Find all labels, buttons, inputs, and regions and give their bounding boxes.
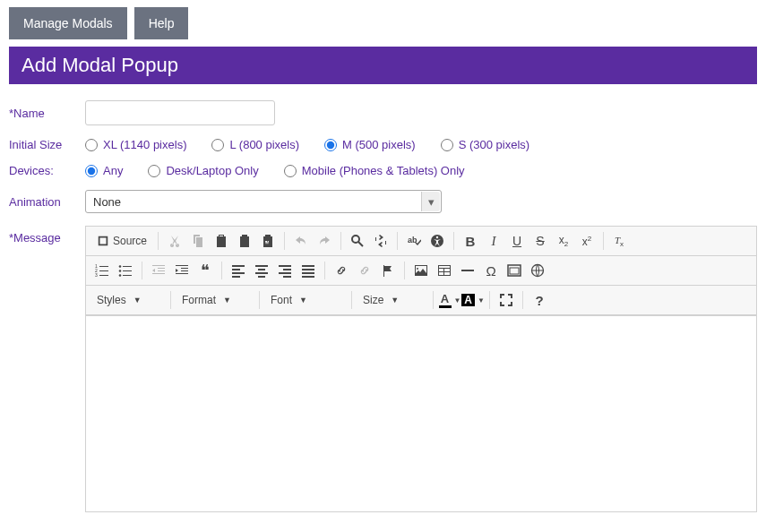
source-button[interactable]: Source [91,230,152,252]
indent-button[interactable] [171,260,193,281]
device-mobile-label: Mobile (Phones & Tablets) Only [302,164,465,177]
superscript-button[interactable]: x2 [576,230,598,252]
label-message: Message [9,226,85,245]
replace-icon [374,234,388,248]
paste-word-button[interactable] [257,230,279,252]
align-center-icon [254,263,269,278]
align-left-button[interactable] [228,260,249,281]
size-xl-option[interactable]: XL (1140 pixels) [85,138,186,151]
subscript-button[interactable]: x2 [553,230,574,252]
underline-button[interactable]: U [506,230,528,252]
device-any-radio[interactable] [85,165,98,177]
ordered-list-button[interactable]: 123 [91,260,113,281]
separator [158,232,159,250]
font-label: Font [271,294,292,306]
find-button[interactable] [347,230,368,252]
italic-button[interactable]: I [483,230,504,252]
device-mobile-option[interactable]: Mobile (Phones & Tablets) Only [284,164,465,177]
device-any-option[interactable]: Any [85,164,123,177]
size-l-label: L (800 pixels) [229,138,299,151]
tab-help[interactable]: Help [134,7,189,39]
align-right-button[interactable] [274,260,296,281]
paste-word-icon [261,234,275,248]
remove-format-button[interactable]: Tx [609,230,631,252]
caret-down-icon: ▼ [133,296,142,305]
size-combo[interactable]: Size▼ [357,289,427,311]
size-s-option[interactable]: S (300 pixels) [441,138,529,151]
redo-button[interactable] [314,230,335,252]
styles-combo[interactable]: Styles▼ [91,289,165,311]
editor-content-area[interactable] [86,315,756,511]
outdent-button[interactable] [148,260,169,281]
device-any-label: Any [103,164,123,177]
caret-down-icon: ▼ [223,296,231,305]
paste-text-button[interactable] [234,230,255,252]
bg-color-icon: A▼ [461,294,485,306]
size-l-radio[interactable] [211,139,224,151]
separator [453,232,454,250]
bold-button[interactable]: B [460,230,481,252]
size-m-radio[interactable] [324,139,337,151]
separator [142,262,142,279]
paste-button[interactable] [211,230,232,252]
flag-icon [381,263,395,278]
about-button[interactable]: ? [529,289,550,311]
cut-button[interactable] [164,230,185,252]
maximize-button[interactable] [495,289,517,311]
unlink-button[interactable] [354,260,375,281]
image-icon [414,263,428,278]
copy-button[interactable] [187,230,209,252]
label-name: Name [9,107,85,120]
image-button[interactable] [410,260,432,281]
hr-button[interactable] [457,260,478,281]
unordered-list-icon [118,263,133,278]
size-xl-radio[interactable] [85,139,98,151]
source-label: Source [113,235,147,247]
embed-button[interactable] [527,260,548,281]
blockquote-button[interactable]: ❝ [194,260,216,281]
link-button[interactable] [331,260,352,281]
remove-format-icon: Tx [613,234,627,248]
separator [603,232,604,250]
replace-button[interactable] [370,230,392,252]
device-desk-option[interactable]: Desk/Laptop Only [148,164,258,177]
size-s-radio[interactable] [441,139,453,151]
label-initial-size: Initial Size [9,138,85,151]
unordered-list-button[interactable] [115,260,136,281]
size-l-option[interactable]: L (800 pixels) [211,138,299,151]
animation-select[interactable]: None ▾ [85,190,442,213]
size-m-label: M (500 pixels) [342,138,416,151]
device-desk-radio[interactable] [148,165,160,177]
table-button[interactable] [434,260,455,281]
text-color-icon: A▼ [439,292,461,308]
toolbar-row-2: 123 ❝ Ω [86,256,756,286]
globe-icon [530,263,545,278]
align-center-button[interactable] [251,260,272,281]
anchor-button[interactable] [377,260,399,281]
font-combo[interactable]: Font▼ [265,289,346,311]
accessibility-button[interactable] [426,230,448,252]
align-justify-button[interactable] [297,260,319,281]
tab-manage-modals[interactable]: Manage Modals [9,7,127,39]
device-desk-label: Desk/Laptop Only [166,164,258,177]
spellcheck-icon: ab [407,234,421,248]
text-color-button[interactable]: A▼ [439,289,460,311]
spellcheck-button[interactable]: ab [403,230,425,252]
hr-icon [460,263,475,278]
indent-icon [175,263,189,278]
format-combo[interactable]: Format▼ [176,289,254,311]
separator [397,232,398,250]
ordered-list-icon: 123 [95,263,109,278]
device-mobile-radio[interactable] [284,165,297,177]
bg-color-button[interactable]: A▼ [462,289,484,311]
devices-radio-group: Any Desk/Laptop Only Mobile (Phones & Ta… [85,164,465,177]
separator [351,291,352,309]
special-char-button[interactable]: Ω [480,260,502,281]
size-m-option[interactable]: M (500 pixels) [324,138,416,151]
name-input[interactable] [85,100,275,125]
table-icon [437,263,452,278]
strike-button[interactable]: S [529,230,551,252]
undo-button[interactable] [290,230,312,252]
iframe-button[interactable] [503,260,525,281]
link-icon [334,263,349,278]
